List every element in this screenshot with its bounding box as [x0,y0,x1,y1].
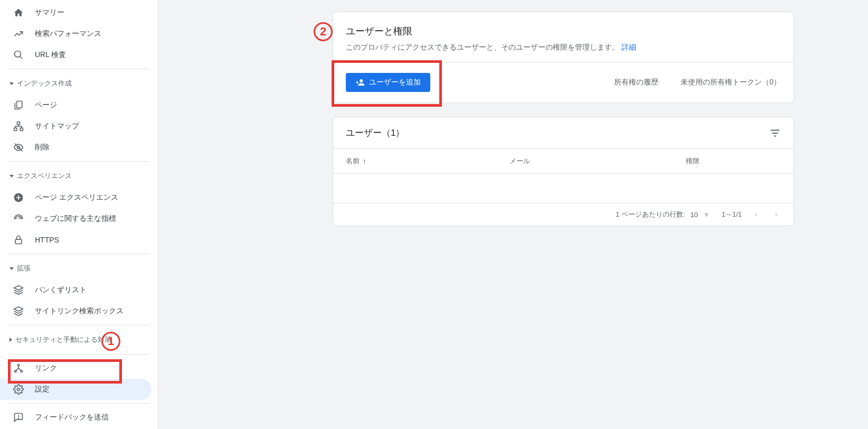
caret-down-icon [10,267,14,270]
sidebar-item-sitelinks-search[interactable]: サイトリンク検索ボックス [0,301,152,322]
table-footer: 1 ページあたりの行数: 10 ▼ 1～1/1 [333,203,794,226]
sidebar-item-label: URL 検査 [35,50,66,60]
svg-rect-3 [17,122,20,125]
page-range: 1～1/1 [722,210,742,219]
caret-right-icon [10,338,12,342]
sidebar-item-label: 削除 [35,143,50,152]
sidebar-item-pages[interactable]: ページ [0,95,152,116]
sidebar-item-https[interactable]: HTTPS [0,229,152,250]
sidebar-item-url-inspect[interactable]: URL 検査 [0,44,152,66]
svg-rect-2 [17,101,22,108]
details-link[interactable]: 詳細 [621,43,636,51]
column-permission[interactable]: 権限 [686,156,781,166]
users-list-card: ユーザー（1） 名前 ↑ メール 権限 1 ページあたりの行数: 10 ▼ [333,117,794,226]
rows-per-page-value[interactable]: 10 [690,211,697,219]
sidebar-item-summary[interactable]: サマリー [0,2,152,23]
annotation-box-1 [8,359,122,384]
visibility-off-icon [13,142,24,153]
column-name[interactable]: 名前 ↑ [346,156,510,166]
search-icon [13,49,24,61]
svg-point-18 [18,418,19,418]
sidebar-item-search-performance[interactable]: 検索パフォーマンス [0,23,152,44]
trending-icon [13,28,24,40]
sidebar-item-core-web-vitals[interactable]: ウェブに関する主な指標 [0,208,152,229]
users-list-title: ユーザー（1） [346,127,404,139]
rows-per-page-label: 1 ページあたりの行数: [616,210,685,219]
dropdown-icon[interactable]: ▼ [703,211,710,219]
unused-tokens-link[interactable]: 未使用の所有権トークン（0） [681,78,781,87]
section-enhancements[interactable]: 拡張 [0,257,158,279]
card-description: このプロパティにアクセスできるユーザーと、そのユーザーの権限を管理します。 詳細 [346,43,781,52]
sidebar-item-label: 設定 [35,385,50,394]
table-header: 名前 ↑ メール 権限 [333,148,794,173]
feedback-icon [13,412,24,423]
layers-icon [13,284,24,296]
sidebar-item-label: ウェブに関する主な指標 [35,214,116,223]
sidebar-item-page-experience[interactable]: ページ エクスペリエンス [0,187,152,208]
pages-icon [13,99,24,111]
main-content: ユーザーと権限 このプロパティにアクセスできるユーザーと、そのユーザーの権限を管… [158,0,868,429]
sidebar-item-feedback[interactable]: フィードバックを送信 [0,407,152,428]
prev-page-button[interactable] [753,212,762,217]
sidebar-item-label: 検索パフォーマンス [35,29,101,39]
sitemap-icon [13,120,24,132]
section-experience[interactable]: エクスペリエンス [0,165,158,187]
gear-icon [13,384,24,395]
sidebar-item-sitemaps[interactable]: サイトマップ [0,116,152,137]
sidebar-item-label: HTTPS [35,236,59,244]
svg-rect-4 [14,128,17,130]
annotation-circle-2: 2 [314,22,333,41]
svg-marker-11 [14,286,23,290]
svg-line-1 [20,57,23,59]
card-title: ユーザーと権限 [346,25,781,38]
caret-down-icon [10,82,14,85]
annotation-box-2 [332,60,442,107]
lock-icon [13,234,24,246]
svg-rect-5 [20,128,23,130]
speed-icon [13,213,24,225]
table-body [333,173,794,203]
svg-point-0 [15,51,21,58]
section-security[interactable]: セキュリティと手動による対策 [0,329,158,351]
svg-rect-10 [15,239,22,244]
sort-asc-icon: ↑ [363,157,366,165]
sidebar-item-label: フィードバックを送信 [35,413,109,422]
layers-icon [13,305,24,317]
sidebar-item-label: ページ エクスペリエンス [35,193,118,202]
circle-plus-icon [13,192,24,203]
caret-down-icon [10,175,14,178]
sidebar-item-label: パンくずリスト [35,285,87,295]
sidebar-item-breadcrumbs[interactable]: パンくずリスト [0,279,152,301]
sidebar-item-label: サイトリンク検索ボックス [35,306,124,316]
filter-icon[interactable] [769,127,781,139]
sidebar-item-removals[interactable]: 削除 [0,137,152,158]
section-indexing[interactable]: インデックス作成 [0,72,158,95]
sidebar-item-label: ページ [35,100,57,110]
ownership-history-link[interactable]: 所有権の履歴 [614,78,658,87]
svg-point-16 [17,388,20,391]
svg-marker-12 [14,307,23,311]
column-email[interactable]: メール [510,156,686,166]
home-icon [13,7,24,18]
sidebar-item-label: サマリー [35,8,64,17]
svg-line-9 [18,217,20,219]
sidebar-item-label: サイトマップ [35,122,79,131]
annotation-circle-1: 1 [101,332,120,351]
next-page-button[interactable] [773,212,782,217]
